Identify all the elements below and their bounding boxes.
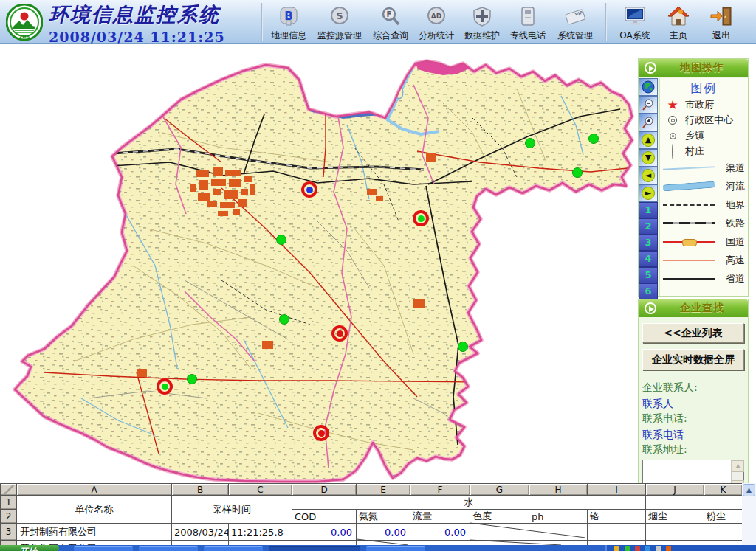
col-header-h[interactable]: H — [529, 484, 588, 496]
table-scrollbar[interactable]: ▲ — [742, 483, 756, 545]
enterprise-marker-red-ring[interactable] — [313, 425, 329, 441]
enterprise-marker-green[interactable] — [279, 314, 289, 325]
row3-date[interactable]: 2008/03/24 — [172, 524, 229, 541]
row-header-2[interactable]: 2 — [1, 510, 17, 524]
param-cod[interactable]: COD — [292, 510, 357, 524]
tray-icon[interactable] — [625, 546, 630, 551]
param-smoke[interactable]: 烟尘 — [646, 510, 704, 524]
enterprise-marker-green[interactable] — [187, 374, 197, 384]
selected-cell-i3[interactable] — [588, 524, 646, 541]
col-header-g[interactable]: G — [470, 484, 529, 496]
nav-system-mgmt[interactable]: VIP 系统管理 — [551, 3, 599, 42]
tray-icon[interactable] — [666, 546, 671, 551]
nav-source-mgmt[interactable]: S 监控源管理 — [312, 3, 368, 42]
header-water-group[interactable]: 水 — [292, 496, 646, 510]
data-sheet[interactable]: A B C D E F G H I J K 1 单位名称 采样时间 水 — [0, 483, 743, 545]
zoom-level-3-button[interactable]: 3 — [639, 235, 658, 251]
taskbar-task-button-active[interactable] — [269, 546, 360, 551]
nav-data-maint[interactable]: 数据维护 — [459, 3, 505, 42]
enterprise-marker-green[interactable] — [276, 235, 286, 245]
nav-hotline[interactable]: 专线电话 — [505, 3, 551, 42]
row3-time[interactable]: 11:21:25.8 — [229, 524, 292, 541]
col-header-a[interactable]: A — [17, 484, 172, 496]
zoom-in-button[interactable] — [639, 114, 658, 131]
row3-color[interactable] — [470, 524, 529, 541]
col-header-e[interactable]: E — [357, 484, 410, 496]
tray-icon[interactable] — [635, 546, 640, 551]
enterprise-marker-green[interactable] — [525, 138, 535, 148]
zoom-level-6-button[interactable]: 6 — [639, 283, 658, 299]
tray-icon[interactable] — [614, 546, 619, 551]
nav-geo-info[interactable]: B 地理信息 — [266, 3, 312, 42]
sheet-corner[interactable] — [1, 484, 17, 496]
tray-icon[interactable] — [656, 546, 661, 551]
system-tray[interactable] — [605, 545, 756, 551]
col-header-k[interactable]: K — [704, 484, 743, 496]
row-header-3[interactable]: 3 — [1, 524, 17, 541]
enterprise-search-header[interactable]: 企业查找 — [639, 299, 748, 317]
map-canvas[interactable] — [0, 44, 636, 483]
contact-value[interactable]: 联系人 — [642, 398, 748, 411]
col-header-d[interactable]: D — [292, 484, 357, 496]
pan-down-button[interactable]: ▼ — [639, 149, 658, 167]
phone-value[interactable]: 联系电话 — [642, 429, 748, 442]
enterprise-marker-green-ring[interactable] — [413, 210, 429, 226]
enterprise-marker-red-ring[interactable] — [331, 325, 348, 342]
full-extent-button[interactable] — [639, 78, 658, 96]
pan-up-button[interactable]: ▲ — [639, 131, 658, 149]
nav-oa-system[interactable]: OA系统 — [613, 3, 657, 42]
nav-query[interactable]: F 综合查询 — [368, 3, 413, 42]
row3-flow[interactable]: 0.00 — [410, 524, 470, 541]
zoom-level-5-button[interactable]: 5 — [639, 267, 658, 283]
nav-home[interactable]: 主页 — [657, 3, 700, 42]
param-dust[interactable]: 粉尘 — [704, 510, 743, 524]
row3-ph[interactable] — [529, 524, 588, 541]
enterprise-marker-green[interactable] — [588, 134, 599, 144]
pan-right-button[interactable]: ► — [639, 184, 658, 202]
col-header-f[interactable]: F — [410, 484, 470, 496]
zoom-level-4-button[interactable]: 4 — [639, 251, 658, 267]
header-sample-time[interactable]: 采样时间 — [172, 496, 292, 524]
map-operations-header[interactable]: 地图操作 — [639, 59, 748, 77]
row3-nh3n[interactable]: 0.00 — [357, 524, 410, 541]
scroll-up-icon[interactable]: ▲ — [732, 460, 744, 472]
enterprise-marker-green[interactable] — [458, 342, 468, 352]
param-ph[interactable]: ph — [529, 510, 588, 524]
cell-j1[interactable] — [646, 496, 704, 510]
map-viewport[interactable] — [0, 44, 636, 483]
row3-smoke[interactable] — [646, 524, 704, 541]
enterprise-marker-green[interactable] — [572, 167, 583, 178]
taskbar-task-button[interactable] — [139, 546, 198, 551]
nav-exit[interactable]: 退出 — [700, 3, 743, 42]
nav-analysis[interactable]: AD 分析统计 — [413, 3, 459, 42]
header-unit-name[interactable]: 单位名称 — [17, 496, 172, 524]
taskbar-task-button[interactable] — [366, 546, 425, 551]
pan-left-button[interactable]: ◄ — [639, 167, 658, 184]
tray-icon[interactable] — [645, 546, 650, 551]
zoom-level-2-button[interactable]: 2 — [639, 218, 658, 235]
enterprise-marker-blue-ring[interactable] — [301, 181, 317, 198]
windows-taskbar[interactable]: 开始 — [0, 545, 756, 551]
zoom-out-button[interactable] — [639, 96, 658, 114]
param-cr[interactable]: 铬 — [588, 510, 646, 524]
start-button[interactable]: 开始 — [0, 545, 59, 551]
cell-k1[interactable] — [704, 496, 743, 510]
col-header-i[interactable]: I — [588, 484, 646, 496]
enterprise-list-button[interactable]: <<企业列表 — [642, 323, 744, 343]
zoom-level-1-button[interactable]: 1 — [639, 202, 658, 218]
col-header-c[interactable]: C — [229, 484, 292, 496]
enterprise-marker-green-ring[interactable] — [157, 378, 173, 395]
col-header-j[interactable]: J — [646, 484, 704, 496]
row3-unit-name[interactable]: 开封制药有限公司 — [17, 524, 172, 541]
param-color[interactable]: 色度 — [470, 510, 529, 524]
param-flow[interactable]: 流量 — [410, 510, 470, 524]
scroll-up-icon[interactable]: ▲ — [743, 484, 755, 496]
row3-cod[interactable]: 0.00 — [292, 524, 357, 541]
col-header-b[interactable]: B — [172, 484, 229, 496]
row-header-1[interactable]: 1 — [1, 496, 17, 510]
taskbar-task-button[interactable] — [204, 546, 263, 551]
row3-dust[interactable] — [704, 524, 743, 541]
realtime-fullscreen-button[interactable]: 企业实时数据全屏 — [642, 349, 744, 370]
param-nh3n[interactable]: 氨氮 — [357, 510, 410, 524]
taskbar-task-button[interactable] — [74, 546, 133, 551]
